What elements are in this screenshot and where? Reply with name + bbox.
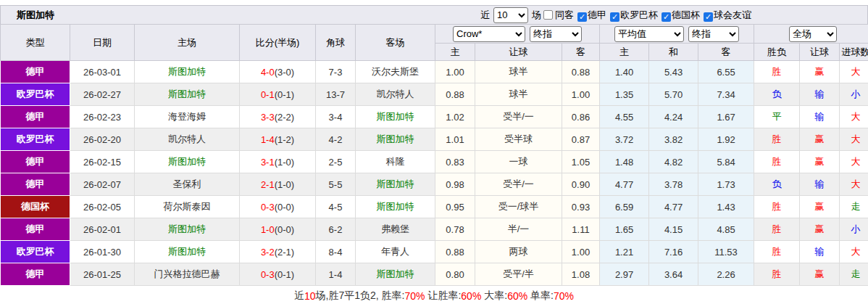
match-date: 26-01-30 (70, 241, 135, 263)
fulltime-score: 3-1 (261, 157, 275, 168)
corner-score: 4-5 (316, 196, 356, 218)
goals-result: 大 (840, 128, 868, 151)
summary-segment: 10 (304, 290, 316, 302)
home-team: 斯图加特 (135, 151, 240, 173)
euro-draw-odds: 5.70 (649, 83, 698, 106)
fulltime-score: 1-0 (261, 224, 275, 235)
handicap-result: 输 (800, 83, 840, 106)
euro-draw-odds: 4.24 (649, 106, 698, 128)
euro-away-odds: 7.34 (698, 83, 754, 106)
asian-handicap: 半/一 (475, 218, 562, 241)
league-filter: ✓球会友谊 (704, 9, 751, 20)
away-team: 斯图加特 (356, 263, 435, 286)
away-team: 科隆 (356, 151, 435, 173)
euro-away-odds: 5.84 (698, 151, 754, 173)
league-filter-checkbox[interactable]: ✓ (704, 12, 713, 22)
asian-away-odds: 1.08 (562, 263, 600, 286)
asian-home-odds: 0.80 (435, 263, 475, 286)
halftime-score: (1-0) (275, 157, 294, 168)
match-result: 胜 (754, 263, 800, 286)
halftime-score: (2-1) (275, 247, 294, 258)
col-header-home: 主场 (135, 25, 240, 61)
odds-company-select[interactable]: Crow* (453, 26, 525, 42)
summary-segment: 单率: (527, 289, 554, 303)
match-league-badge: 欧罗巴杯 (1, 241, 70, 263)
league-filter-checkbox[interactable]: ✓ (610, 12, 619, 22)
euro-home-odds: 1.48 (600, 151, 649, 173)
away-team: 沃尔夫斯堡 (356, 61, 435, 83)
match-row: 德国杯 26-02-05 荷尔斯泰因 0-3(0-0) 4-5 斯图加特 0.9… (1, 196, 868, 218)
col-header-type: 类型 (1, 25, 70, 61)
match-row: 德甲 26-03-01 斯图加特 4-0(3-0) 7-3 沃尔夫斯堡 1.00… (1, 61, 868, 83)
match-row: 欧罗巴杯 26-02-20 凯尔特人 1-4(1-2) 4-2 斯图加特 1.0… (1, 128, 868, 151)
match-result: 平 (754, 106, 800, 128)
asian-home-odds: 1.02 (435, 106, 475, 128)
match-row: 欧罗巴杯 26-02-27 斯图加特 0-1(0-1) 13-7 凯尔特人 0.… (1, 83, 868, 106)
col-header-date: 日期 (70, 25, 135, 61)
subcol-euro-home: 主 (600, 44, 649, 61)
goals-result: 大 (840, 61, 868, 83)
subcol-goals: 进球数 (840, 44, 868, 61)
match-result: 胜 (754, 241, 800, 263)
fulltime-score: 0-3 (261, 269, 275, 280)
match-result: 胜 (754, 218, 800, 241)
euro-average-select[interactable]: 平均值 (614, 26, 684, 42)
asian-home-odds: 0.78 (435, 218, 475, 241)
league-filter-checkbox[interactable]: ✓ (577, 12, 587, 22)
match-league-badge: 德甲 (1, 173, 70, 196)
match-date: 26-02-27 (70, 83, 135, 106)
match-result: 胜 (754, 61, 800, 83)
goals-result: 走 (840, 196, 868, 218)
fulltime-select[interactable]: 全场 (789, 26, 837, 42)
team-title: 斯图加特 (1, 9, 54, 22)
goals-result: 小 (840, 83, 868, 106)
corner-score: 13-7 (316, 83, 356, 106)
summary-segment: 场,胜7平1负2, 胜率: (316, 289, 405, 303)
corner-score: 8-4 (316, 241, 356, 263)
euro-final-select[interactable]: 终指 (688, 26, 739, 42)
league-filter-checkbox[interactable]: ✓ (662, 12, 671, 22)
euro-draw-odds: 4.15 (649, 218, 698, 241)
asian-away-odds: 0.88 (562, 61, 600, 83)
euro-away-odds: 11.53 (698, 241, 754, 263)
fulltime-score: 2-1 (261, 179, 275, 190)
goals-result: 大 (840, 106, 868, 128)
match-score: 0-3(0-1) (240, 263, 316, 286)
asian-handicap: 受平/半 (475, 263, 562, 286)
asian-handicap: 受半/一 (475, 106, 562, 128)
match-league-badge: 德甲 (1, 61, 70, 83)
match-date: 26-02-23 (70, 106, 135, 128)
league-filter: ✓德甲 (577, 9, 606, 20)
matches-count-select[interactable]: 10 (493, 7, 528, 23)
match-row: 德甲 26-02-23 海登海姆 3-3(2-2) 3-4 斯图加特 1.02 … (1, 106, 868, 128)
handicap-result: 输 (800, 173, 840, 196)
stats-panel: 斯图加特 近 10 场 同客 ✓德甲✓欧罗巴杯✓德国杯✓球会友谊 类型 日期 主… (0, 0, 868, 304)
match-date: 26-02-15 (70, 151, 135, 173)
handicap-result: 赢 (800, 196, 840, 218)
home-team: 斯图加特 (135, 61, 240, 83)
asian-home-odds: 0.95 (435, 196, 475, 218)
summary-segment: 近 (294, 289, 304, 303)
corner-score: 4-2 (316, 128, 356, 151)
euro-home-odds: 6.59 (600, 196, 649, 218)
handicap-result: 赢 (800, 218, 840, 241)
match-score: 3-3(2-2) (240, 106, 316, 128)
euro-home-odds: 2.97 (600, 263, 649, 286)
home-team: 门兴格拉德巴赫 (135, 263, 240, 286)
asian-final-select[interactable]: 终指 (530, 26, 582, 42)
match-league-badge: 欧罗巴杯 (1, 83, 70, 106)
goals-result: 大 (840, 151, 868, 173)
league-filter: ✓欧罗巴杯 (610, 9, 658, 20)
match-score: 2-1(1-0) (240, 173, 316, 196)
halftime-score: (0-0) (275, 224, 294, 235)
euro-away-odds: 6.55 (698, 61, 754, 83)
match-row: 德甲 26-02-15 斯图加特 3-1(1-0) 2-5 科隆 0.83 一球… (1, 151, 868, 173)
euro-away-odds: 2.26 (698, 263, 754, 286)
subcol-asian-home: 主 (435, 44, 475, 61)
match-result: 负 (754, 173, 800, 196)
asian-away-odds: 0.86 (562, 106, 600, 128)
same-venue-checkbox[interactable] (543, 10, 553, 20)
asian-away-odds: 1.00 (562, 241, 600, 263)
euro-draw-odds: 4.82 (649, 151, 698, 173)
summary-segment: 70% (405, 290, 425, 302)
